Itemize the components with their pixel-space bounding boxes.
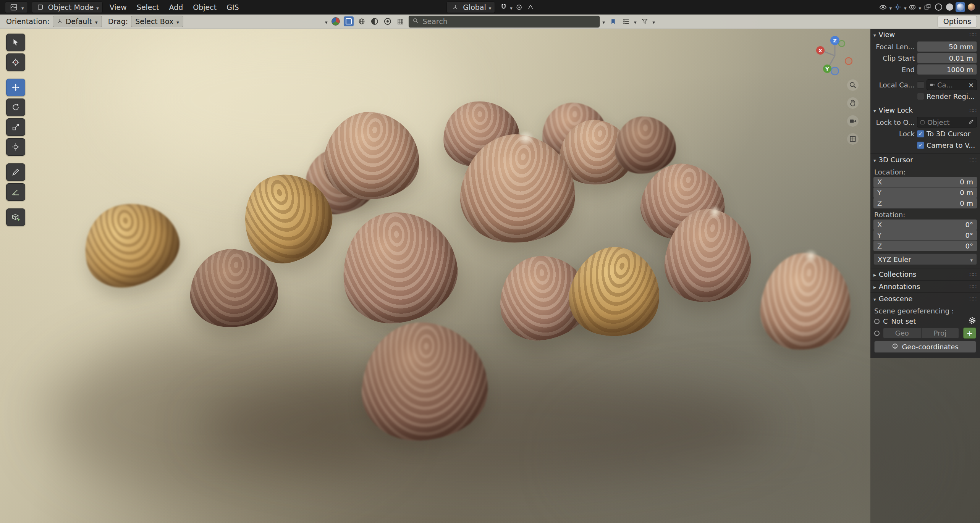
mode-dropdown[interactable]: Object Mode: [32, 2, 103, 13]
search-input[interactable]: [422, 17, 595, 26]
orthographic-grid-icon[interactable]: [847, 133, 859, 145]
local-camera-field[interactable]: Ca...: [927, 79, 977, 90]
tool-cursor[interactable]: [6, 53, 25, 71]
panel-grip-icon[interactable]: [969, 284, 977, 290]
chevron-down-icon[interactable]: [634, 17, 637, 26]
cursor-location-z-field[interactable]: Z0 m: [873, 198, 977, 208]
camera-to-view-checkbox[interactable]: [917, 142, 924, 149]
camera-view-icon[interactable]: [847, 115, 859, 127]
local-camera-checkbox[interactable]: [917, 81, 924, 89]
tool-move[interactable]: [6, 79, 25, 96]
shading-rendered-icon[interactable]: [966, 2, 976, 12]
globe-shading-icon[interactable]: [356, 16, 366, 26]
drag-dropdown[interactable]: Select Box: [131, 16, 183, 27]
orientation-dropdown[interactable]: Default: [53, 16, 102, 27]
pan-hand-icon[interactable]: [847, 97, 859, 109]
cursor-rotation-y-field[interactable]: Y0°: [873, 230, 977, 241]
3d-viewport[interactable]: [0, 0, 980, 523]
render-region-checkbox[interactable]: [917, 93, 924, 100]
menu-view[interactable]: View: [105, 3, 132, 11]
panel-grip-icon[interactable]: [969, 157, 977, 163]
panel-header-collections[interactable]: Collections: [870, 268, 980, 280]
snap-element-ball-icon[interactable]: [330, 16, 340, 26]
menu-select[interactable]: Select: [132, 3, 164, 11]
zoom-icon[interactable]: [847, 79, 859, 91]
tool-annotate[interactable]: [6, 163, 25, 181]
cursor-rotation-x-field[interactable]: X0°: [873, 220, 977, 230]
falloff-curve-icon[interactable]: [526, 2, 535, 12]
show-gizmos-icon[interactable]: [893, 2, 903, 12]
tool-select-box[interactable]: [6, 34, 25, 51]
clear-icon[interactable]: [968, 81, 974, 89]
rotation-order-dropdown[interactable]: XYZ Euler: [873, 253, 977, 265]
menu-gis[interactable]: GIS: [222, 3, 244, 11]
drag-value: Select Box: [135, 17, 173, 26]
texture-space-toggle-icon[interactable]: [343, 16, 353, 26]
clip-start-field[interactable]: 0.01 m: [917, 53, 977, 63]
clip-end-label: End: [873, 66, 915, 74]
chevron-down-icon[interactable]: [904, 3, 907, 11]
chevron-down-icon: [873, 156, 876, 164]
shading-wireframe-icon[interactable]: [933, 2, 943, 12]
chevron-down-icon[interactable]: [602, 17, 605, 26]
snap-magnet-icon[interactable]: [498, 2, 508, 12]
chevron-down-icon[interactable]: [919, 3, 921, 11]
crs-radio[interactable]: [874, 319, 880, 324]
panel-title: Collections: [879, 270, 916, 278]
lock-to-object-field[interactable]: Object: [917, 117, 977, 128]
menu-add[interactable]: Add: [164, 3, 188, 11]
xray-toggle-icon[interactable]: [922, 2, 932, 12]
panel-header-annotations[interactable]: Annotations: [870, 280, 980, 292]
panel-grip-icon[interactable]: [969, 296, 977, 302]
panel-header-view-lock[interactable]: View Lock: [870, 104, 980, 116]
geo-coordinates-button[interactable]: Geo-coordinates: [874, 341, 976, 353]
editor-type-selector[interactable]: [5, 2, 28, 13]
transform-orientation-dropdown[interactable]: Global: [446, 2, 495, 13]
proportional-editing-icon[interactable]: [514, 2, 524, 12]
half-sphere-icon[interactable]: [369, 16, 379, 26]
crs-letter: C: [883, 317, 888, 325]
chevron-down-icon[interactable]: [653, 17, 655, 26]
filter-funnel-icon[interactable]: [640, 16, 650, 26]
cursor-location-x-field[interactable]: X0 m: [873, 177, 977, 187]
panel-grip-icon[interactable]: [969, 107, 977, 113]
cursor-location-y-field[interactable]: Y0 m: [873, 187, 977, 198]
navigation-gizmo[interactable]: Z X Y: [813, 34, 856, 77]
tool-rotate[interactable]: [6, 98, 25, 116]
shading-material-icon[interactable]: [956, 2, 965, 12]
options-button[interactable]: Options: [938, 16, 977, 27]
visibility-eye-icon[interactable]: [878, 2, 888, 12]
focal-length-field[interactable]: 50 mm: [917, 41, 977, 52]
panel-grip-icon[interactable]: [969, 32, 977, 38]
show-overlays-icon[interactable]: [907, 2, 917, 12]
tool-transform[interactable]: [6, 138, 25, 156]
geo-button[interactable]: Geo: [883, 328, 921, 339]
object-mode-icon: [36, 2, 45, 12]
snap-settings-chevron[interactable]: [510, 3, 513, 11]
proj-radio[interactable]: [874, 331, 880, 336]
panel-grip-icon[interactable]: [969, 271, 977, 278]
shading-solid-icon[interactable]: [944, 2, 954, 12]
proj-button[interactable]: Proj: [921, 328, 959, 339]
eyedropper-icon[interactable]: [968, 118, 974, 126]
add-crs-button[interactable]: +: [963, 328, 976, 339]
panel-header-geoscene[interactable]: Geoscene: [870, 292, 980, 305]
gear-icon[interactable]: [968, 316, 976, 326]
grid-icon[interactable]: [395, 16, 405, 26]
clip-end-field[interactable]: 1000 m: [917, 64, 977, 75]
tool-add-cube[interactable]: [6, 208, 25, 226]
search-field[interactable]: [408, 16, 599, 27]
dot-circle-icon[interactable]: [382, 16, 392, 26]
menu-object[interactable]: Object: [188, 3, 222, 11]
bookmark-icon[interactable]: [608, 16, 618, 26]
hazelnut: [337, 206, 463, 328]
tool-measure[interactable]: [6, 183, 25, 201]
list-icon[interactable]: [621, 16, 631, 26]
panel-header-3d-cursor[interactable]: 3D Cursor: [870, 153, 980, 166]
chevron-down-icon[interactable]: [889, 3, 892, 11]
panel-header-view[interactable]: View: [870, 29, 980, 40]
cursor-rotation-z-field[interactable]: Z0°: [873, 241, 977, 251]
chevron-down-icon[interactable]: [325, 17, 328, 26]
tool-scale[interactable]: [6, 118, 25, 136]
lock-to-3d-cursor-checkbox[interactable]: [917, 130, 924, 137]
